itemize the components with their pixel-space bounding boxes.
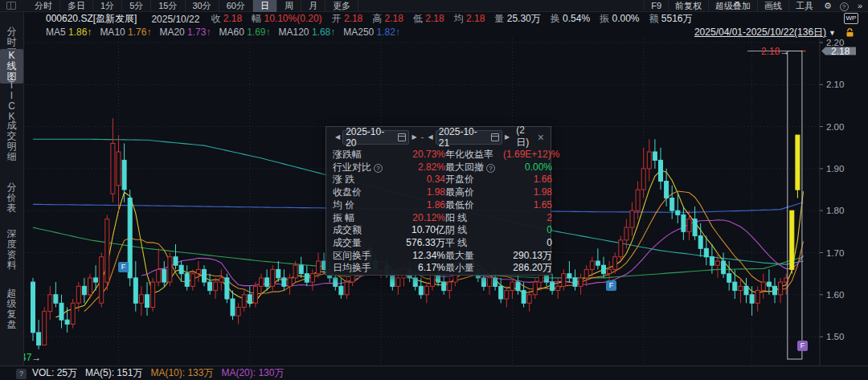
view-sidebar: 分时图K线图TICK成交明细分价表深度资料超级复盘: [0, 12, 24, 366]
stat-value: 0.34: [392, 174, 445, 186]
stat-value: 290.13万: [503, 250, 552, 263]
stock-code-name: 000620.SZ[盈新发展]: [46, 12, 137, 26]
tab-分时[interactable]: 分时: [27, 0, 60, 12]
tab-多日[interactable]: 多日: [60, 0, 93, 12]
end-date-picker[interactable]: 2025-10-21: [436, 130, 502, 145]
volume-pane-header: ? VOL: 25万MA(5): 151万MA(10): 133万MA(20):…: [0, 366, 868, 380]
quote-field-换: 换 0.54%: [551, 13, 590, 24]
chevrons-icon[interactable]: »: [852, 1, 868, 10]
ma-value-MA60: MA60 1.69↑: [219, 27, 270, 38]
volume-stat: MA(10): 133万: [150, 366, 213, 380]
stat-value: 12.34%: [392, 250, 445, 263]
range-statistics-popup[interactable]: ◀ 2025-10-20 ▶ - ◀ 2025-10-21 ▶ (2日) × 涨…: [326, 126, 551, 276]
help-icon[interactable]: ?: [16, 369, 27, 379]
svg-text:2.18: 2.18: [831, 46, 850, 57]
toolbar-button-F9[interactable]: F9: [644, 1, 668, 10]
event-flag-icon[interactable]: F: [797, 341, 808, 351]
tab-30分[interactable]: 30分: [186, 0, 219, 12]
tab-5分[interactable]: 5分: [122, 0, 151, 12]
stat-label: 最高价: [445, 186, 503, 199]
gear-icon[interactable]: ⚙: [820, 1, 836, 11]
volume-stat: MA(5): 151万: [85, 366, 142, 380]
help-icon[interactable]: ?: [836, 1, 852, 11]
sidebar-item-分价表[interactable]: 分价表: [0, 181, 23, 215]
sidebar-item-成交明细[interactable]: 成交明细: [0, 119, 23, 164]
stat-value: 1.86: [392, 199, 445, 212]
prev-date-arrow[interactable]: ◀: [426, 133, 436, 141]
high-price-annotation: 2.18→: [761, 46, 789, 57]
tab-周[interactable]: 周: [277, 0, 301, 12]
ma-value-MA250: MA250 1.82↑: [343, 27, 400, 38]
ma-value-MA120: MA120 1.68↑: [279, 27, 336, 38]
unlock-icon[interactable]: [845, 27, 855, 38]
stat-label: 最低价: [445, 199, 503, 212]
range-span-label: (2日): [516, 125, 538, 149]
toolbar-button-超级叠加[interactable]: 超级叠加: [708, 0, 757, 12]
tab-15分[interactable]: 15分: [151, 0, 185, 12]
stat-label: 收盘价: [333, 186, 392, 199]
sidebar-item-超级复盘[interactable]: 超级复盘: [0, 287, 23, 332]
stat-value: 1.65: [503, 199, 552, 212]
close-icon[interactable]: ×: [538, 131, 544, 144]
popup-header: ◀ 2025-10-20 ▶ - ◀ 2025-10-21 ▶ (2日) ×: [326, 127, 551, 147]
stat-label: 阴 线: [445, 224, 503, 237]
help-icon[interactable]: ?: [486, 164, 495, 173]
svg-text:2.10: 2.10: [826, 80, 844, 89]
period-toolbar: 分时多日1分5分15分30分60分日周月更多 F9前复权超级叠加画线工具⚙?»: [0, 0, 868, 12]
quote-field-开: 开 2.18: [332, 13, 363, 24]
help-icon[interactable]: ?: [374, 164, 383, 173]
stat-value: 576.33万: [392, 237, 445, 250]
svg-text:1.80: 1.80: [826, 206, 844, 215]
stat-label: 涨 跌: [333, 174, 392, 186]
layout-grid-icon[interactable]: [6, 2, 16, 10]
toolbar-button-画线[interactable]: 画线: [757, 0, 788, 12]
svg-text:1.50: 1.50: [826, 332, 844, 341]
stat-value: 286.20万: [503, 262, 552, 275]
period-tabs: 分时多日1分5分15分30分60分日周月更多: [27, 0, 358, 12]
statistics-grid: 涨跌幅20.73%年化收益率(1.69E+12)%行业对比?2.82%最大回撤?…: [326, 147, 551, 275]
tab-1分[interactable]: 1分: [93, 0, 122, 12]
quote-date: 2025/10/22: [151, 14, 199, 25]
tab-更多[interactable]: 更多: [326, 0, 358, 12]
quote-field-低: 低 2.18: [413, 13, 444, 24]
stat-label: 年化收益率: [445, 149, 503, 161]
sidebar-item-深度资料[interactable]: 深度资料: [0, 227, 23, 272]
stat-value: (1.69E+12)%: [503, 149, 552, 161]
stat-label: 行业对比?: [333, 161, 392, 174]
quote-field-振: 振 0.00%: [600, 13, 639, 24]
stat-label: 成交量: [333, 237, 392, 250]
stat-value: 6.17%: [392, 262, 445, 275]
stat-label: 阳 线: [445, 212, 503, 225]
next-date-arrow[interactable]: ▶: [409, 133, 419, 141]
toolbar-button-前复权[interactable]: 前复权: [668, 0, 708, 12]
chevron-down-icon[interactable]: ▼: [829, 29, 836, 37]
tab-60分[interactable]: 60分: [219, 0, 253, 12]
ma-value-MA5: MA5 1.86↑: [46, 27, 92, 38]
calendar-icon[interactable]: [491, 133, 499, 141]
quote-fields: 收 2.18幅 10.10%(0.20)开 2.18高 2.18低 2.18均 …: [211, 12, 702, 26]
stat-label: 振 幅: [333, 212, 392, 225]
tab-月[interactable]: 月: [301, 0, 326, 12]
event-flag-icon[interactable]: F: [118, 262, 129, 272]
next-date-arrow[interactable]: ▶: [502, 133, 512, 141]
stat-value: 20.73%: [392, 149, 445, 161]
wp-badge-icon[interactable]: WP: [844, 13, 858, 24]
kline-chart-region[interactable]: 2.202.102.001.901.801.701.601.502.18 2.1…: [0, 39, 868, 366]
date-range-selector[interactable]: 2025/04/01-2025/10/22(136日) ▼: [694, 26, 836, 39]
toolbar-button-工具[interactable]: 工具: [788, 0, 820, 12]
ma-bar: MA5 1.86↑MA10 1.76↑MA20 1.73↑MA60 1.69↑M…: [0, 26, 868, 39]
date-range-label[interactable]: 2025/04/01-2025/10/22(136日): [694, 26, 826, 39]
volume-values: VOL: 25万MA(5): 151万MA(10): 133万MA(20): 1…: [32, 366, 292, 380]
quote-field-高: 高 2.18: [372, 13, 403, 24]
event-flag-icon[interactable]: F: [606, 280, 616, 291]
stat-value: 1.98: [392, 186, 445, 199]
calendar-icon[interactable]: [398, 133, 406, 141]
sidebar-item-TICK[interactable]: TICK: [0, 79, 23, 124]
prev-date-arrow[interactable]: ◀: [333, 133, 342, 141]
ma-value-MA20: MA20 1.73↑: [159, 27, 211, 38]
start-date-picker[interactable]: 2025-10-20: [342, 130, 409, 145]
svg-text:1.60: 1.60: [826, 290, 844, 300]
stat-label: 均 价: [333, 199, 392, 212]
tab-日[interactable]: 日: [253, 0, 277, 12]
volume-stat: VOL: 25万: [32, 366, 77, 380]
